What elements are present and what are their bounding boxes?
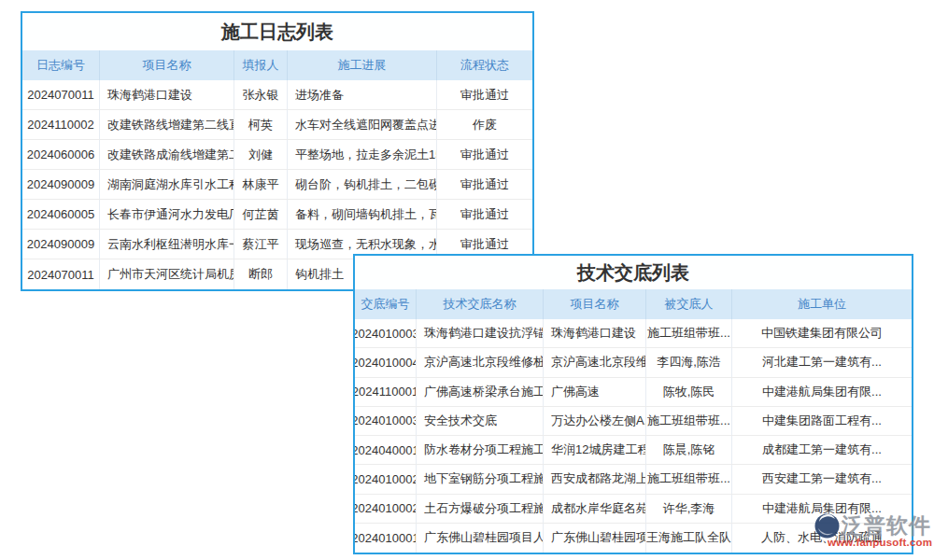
recipients-text: 许华,李海 [646,495,732,523]
log-id-link[interactable]: 2024090009 [22,230,100,259]
project-name-link[interactable]: 京沪高速北京段维修 [544,348,646,376]
reporter-link[interactable]: 何芷茵 [234,200,288,229]
technical-disclosure-panel: 技术交底列表 交底编号技术交底名称项目名称被交底人施工单位 2024010003… [353,254,913,554]
technical-disclosure-title: 技术交底列表 [355,256,912,289]
column-header: 施工单位 [732,289,912,319]
table-row: 2024010002地下室钢筋分项工程施工...西安成都路龙湖上...施工班组带… [355,465,912,494]
project-name-link[interactable]: 广州市天河区统计局机房... [100,259,234,289]
recipients-text: 陈牧,陈民 [646,378,732,406]
disclosure-id-link[interactable]: 2024010002 [355,465,417,493]
construction-log-header: 日志编号项目名称填报人施工进展流程状态 [22,50,532,80]
construction-log-panel: 施工日志列表 日志编号项目名称填报人施工进展流程状态 2024070011珠海鹤… [21,11,534,291]
disclosure-name-link[interactable]: 广东佛山碧桂园项目人防... [417,524,544,553]
disclosure-name-link[interactable]: 防水卷材分项工程施工技... [417,436,544,464]
disclosure-name-link[interactable]: 安全技术交底 [417,407,544,435]
recipients-text: 施工班组带班... [646,407,732,435]
disclosure-id-link[interactable]: 2024010002 [355,495,417,523]
status-badge: 作废 [437,110,532,139]
recipients-text: 陈晨,陈铭 [646,436,732,464]
project-name-link[interactable]: 改建铁路线增建第二线直... [100,110,234,139]
project-name-link[interactable]: 长春市伊通河水力发电厂... [100,200,234,229]
disclosure-id-link[interactable]: 2024110001 [355,378,417,406]
project-name-link[interactable]: 云南水利枢纽潜明水库一... [100,230,234,259]
project-name-link[interactable]: 珠海鹤港口建设 [544,319,646,347]
disclosure-id-link[interactable]: 2024010004 [355,348,417,376]
column-header: 交底编号 [355,289,417,319]
status-badge: 审批通过 [437,170,532,199]
disclosure-name-link[interactable]: 地下室钢筋分项工程施工... [417,465,544,493]
project-name-link[interactable]: 湖南洞庭湖水库引水工程... [100,170,234,199]
log-id-link[interactable]: 2024090009 [22,170,100,199]
construction-unit-text: 成都建工第一建筑有... [732,436,912,464]
column-header: 日志编号 [22,50,100,80]
column-header: 施工进展 [288,50,437,80]
log-id-link[interactable]: 2024070011 [22,80,100,109]
table-row: 2024010003安全技术交底万达办公楼左侧A...施工班组带班...中建集团… [355,407,912,436]
project-name-link[interactable]: 华润12城房建工程... [544,436,646,464]
status-badge: 审批通过 [437,80,532,109]
disclosure-id-link[interactable]: 2024010003 [355,319,417,347]
progress-text: 水车对全线遮阳网覆盖点进... [288,110,437,139]
disclosure-name-link[interactable]: 广佛高速桥梁承台施工技... [417,378,544,406]
table-row: 2024010003珠海鹤港口建设抗浮锚杆...珠海鹤港口建设施工班组带班...… [355,319,912,348]
column-header: 项目名称 [544,289,646,319]
table-row: 2024010004京沪高速北京段维修桩帽...京沪高速北京段维修李四海,陈浩河… [355,348,912,377]
status-badge: 审批通过 [437,140,532,169]
table-row: 2024070011珠海鹤港口建设张永银进场准备审批通过 [22,80,532,110]
column-header: 流程状态 [437,50,532,80]
technical-disclosure-header: 交底编号技术交底名称项目名称被交底人施工单位 [355,289,912,319]
progress-text: 备料，砌间墙钩机排土，瓦... [288,200,437,229]
table-row: 2024090009湖南洞庭湖水库引水工程...林康平砌台阶，钩机排土，二包砌.… [22,170,532,200]
vendor-watermark: 泛普软件 www.fanpusoft.com [814,511,934,548]
recipients-text: 施工班组带班... [646,319,732,347]
construction-unit-text: 中建集团路面工程有... [732,407,912,435]
construction-unit-text: 河北建工第一建筑有... [732,348,912,376]
disclosure-name-link[interactable]: 京沪高速北京段维修桩帽... [417,348,544,376]
recipients-text: 施工班组带班... [646,465,732,493]
table-row: 2024110001广佛高速桥梁承台施工技...广佛高速陈牧,陈民中建港航局集团… [355,378,912,407]
column-header: 技术交底名称 [417,289,544,319]
reporter-link[interactable]: 柯英 [234,110,288,139]
project-name-link[interactable]: 广佛高速 [544,378,646,406]
progress-text: 平整场地，拉走多余泥土15... [288,140,437,169]
reporter-link[interactable]: 断郎 [234,259,288,289]
table-row: 2024060006改建铁路成渝线增建第二...刘健平整场地，拉走多余泥土15.… [22,140,532,170]
construction-unit-text: 中建港航局集团有限... [732,378,912,406]
fanpu-logo-icon [814,513,840,539]
log-id-link[interactable]: 2024060006 [22,140,100,169]
reporter-link[interactable]: 林康平 [234,170,288,199]
column-header: 被交底人 [646,289,732,319]
table-row: 2024040001防水卷材分项工程施工技...华润12城房建工程...陈晨,陈… [355,436,912,465]
construction-unit-text: 中国铁建集团有限公司 [732,319,912,347]
project-name-link[interactable]: 改建铁路成渝线增建第二... [100,140,234,169]
recipients-text: 李四海,陈浩 [646,348,732,376]
construction-log-title: 施工日志列表 [22,13,532,50]
construction-unit-text: 西安建工第一建筑有... [732,465,912,493]
progress-text: 砌台阶，钩机排土，二包砌... [288,170,437,199]
project-name-link[interactable]: 成都水岸华庭名苑... [544,495,646,523]
log-id-link[interactable]: 2024110002 [22,110,100,139]
column-header: 项目名称 [100,50,234,80]
recipients-text: 王海施工队全队 [646,524,732,553]
disclosure-name-link[interactable]: 土石方爆破分项工程施工... [417,495,544,523]
project-name-link[interactable]: 万达办公楼左侧A... [544,407,646,435]
project-name-link[interactable]: 西安成都路龙湖上... [544,465,646,493]
reporter-link[interactable]: 张永银 [234,80,288,109]
disclosure-name-link[interactable]: 珠海鹤港口建设抗浮锚杆... [417,319,544,347]
disclosure-id-link[interactable]: 2024010003 [355,407,417,435]
reporter-link[interactable]: 蔡江平 [234,230,288,259]
progress-text: 进场准备 [288,80,437,109]
reporter-link[interactable]: 刘健 [234,140,288,169]
table-row: 2024110002改建铁路线增建第二线直...柯英水车对全线遮阳网覆盖点进..… [22,110,532,140]
disclosure-id-link[interactable]: 2024040001 [355,436,417,464]
column-header: 填报人 [234,50,288,80]
project-name-link[interactable]: 广东佛山碧桂园项目 [544,524,646,553]
log-id-link[interactable]: 2024070011 [22,259,100,289]
log-id-link[interactable]: 2024060005 [22,200,100,229]
watermark-url: www.fanpusoft.com [828,537,934,548]
project-name-link[interactable]: 珠海鹤港口建设 [100,80,234,109]
table-row: 2024060005长春市伊通河水力发电厂...何芷茵备料，砌间墙钩机排土，瓦.… [22,200,532,230]
disclosure-id-link[interactable]: 2024010001 [355,524,417,553]
status-badge: 审批通过 [437,200,532,229]
